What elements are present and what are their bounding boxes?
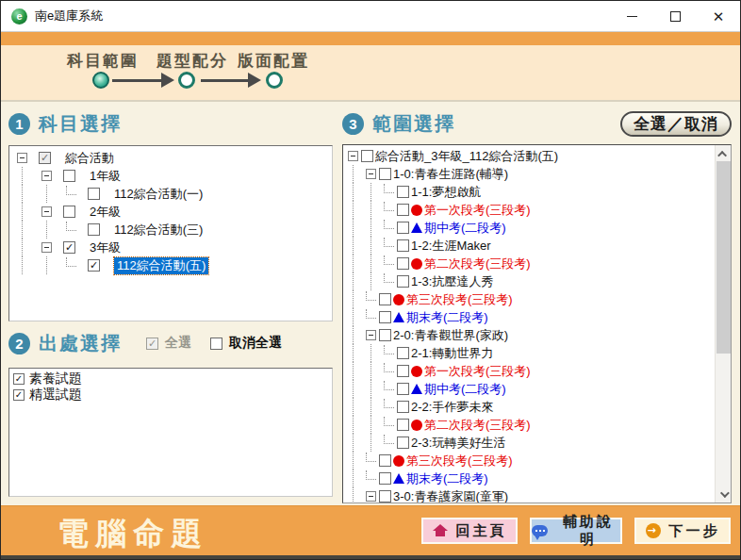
tree-node[interactable]: 1-2:生涯Maker: [343, 237, 715, 255]
tree-node[interactable]: 第二次段考(三段考): [343, 255, 715, 272]
tree-node[interactable]: 1年級: [9, 167, 332, 185]
tree-expander-icon[interactable]: [41, 206, 52, 217]
tree-expander-icon[interactable]: [366, 330, 376, 340]
tree-node[interactable]: 期末考(二段考): [343, 308, 715, 326]
tree-checkbox[interactable]: [379, 454, 391, 467]
tree-checkbox[interactable]: ✓: [63, 241, 75, 254]
tree-node-label[interactable]: 綜合活動_3年級_112綜合活動(五): [375, 148, 558, 165]
tree-expander-icon[interactable]: [366, 169, 376, 179]
tree-node[interactable]: 2-2:手作夢未來: [343, 398, 715, 416]
tree-checkbox[interactable]: [397, 419, 409, 431]
tree-node-label[interactable]: 2-2:手作夢未來: [411, 399, 493, 416]
tree-node-label[interactable]: 1-3:抗壓達人秀: [411, 273, 493, 290]
tree-node[interactable]: 第三次段考(三段考): [343, 452, 715, 469]
tree-node-label[interactable]: 2-1:轉動世界力: [411, 345, 493, 362]
tree-node-label[interactable]: 第二次段考(三段考): [424, 255, 531, 272]
select-toggle-button[interactable]: 全選／取消: [620, 111, 732, 137]
deselect-all-option[interactable]: 取消全選: [210, 335, 282, 352]
tree-checkbox[interactable]: [397, 222, 409, 234]
tree-node-label[interactable]: 112綜合活動(一): [114, 186, 203, 203]
tree-node[interactable]: 1-0:青春生涯路(輔導): [343, 165, 715, 183]
list-item[interactable]: ✓精選試題: [11, 387, 332, 403]
tree-checkbox[interactable]: [379, 311, 391, 323]
close-button[interactable]: ✕: [697, 1, 740, 31]
tree-checkbox[interactable]: [397, 204, 409, 216]
tree-node-label[interactable]: 第三次段考(三段考): [406, 291, 513, 308]
tree-expander-icon[interactable]: [17, 153, 27, 163]
tree-node-label[interactable]: 期中考(二段考): [424, 381, 506, 398]
scrollbar-down-icon[interactable]: [716, 486, 732, 502]
tree-checkbox[interactable]: [63, 170, 75, 182]
maximize-button[interactable]: [653, 1, 697, 31]
tree-node-label[interactable]: 第三次段考(三段考): [406, 453, 513, 469]
tree-node-label[interactable]: 112綜合活動(三): [114, 222, 203, 239]
tree-node[interactable]: 期中考(二段考): [343, 380, 715, 398]
tree-checkbox[interactable]: [361, 150, 373, 162]
select-all-option[interactable]: ✓ 全選: [146, 335, 191, 352]
tree-node[interactable]: 第一次段考(三段考): [343, 362, 715, 380]
step-circle-2-icon[interactable]: [178, 72, 195, 89]
tree-node[interactable]: 2-3:玩轉美好生活: [343, 434, 715, 452]
tree-checkbox[interactable]: [88, 223, 100, 236]
tree-checkbox[interactable]: [397, 383, 409, 395]
tree-checkbox[interactable]: [397, 275, 409, 288]
tree-node-label[interactable]: 1-1:夢想啟航: [411, 184, 481, 201]
tree-checkbox[interactable]: [397, 347, 409, 359]
tree-node[interactable]: 第三次段考(三段考): [343, 290, 715, 308]
step-label-subject-range[interactable]: 科目範圍: [67, 50, 139, 72]
tree-expander-icon[interactable]: [41, 171, 52, 181]
tree-expander-icon[interactable]: [41, 242, 52, 253]
tree-node[interactable]: 第一次段考(三段考): [343, 201, 715, 219]
list-item-label[interactable]: 精選試題: [29, 387, 82, 404]
tree-expander-icon[interactable]: [366, 491, 376, 502]
tree-checkbox[interactable]: [397, 436, 409, 449]
scrollbar[interactable]: [715, 145, 731, 502]
tree-node-label[interactable]: 第一次段考(三段考): [424, 363, 531, 380]
tree-checkbox[interactable]: [379, 168, 391, 180]
tree-node[interactable]: 2-0:青春觀世界(家政): [343, 326, 715, 344]
tree-node[interactable]: 2-1:轉動世界力: [343, 344, 715, 362]
tree-node[interactable]: 2年級: [9, 203, 332, 221]
tree-node[interactable]: 期中考(二段考): [343, 219, 715, 237]
tree-node-label[interactable]: 2-0:青春觀世界(家政): [393, 327, 508, 344]
tree-checkbox[interactable]: [88, 188, 100, 200]
scrollbar-thumb[interactable]: [716, 161, 731, 354]
tree-checkbox[interactable]: [379, 472, 391, 485]
tree-checkbox[interactable]: [63, 206, 75, 218]
tree-node-label[interactable]: 綜合活動: [65, 150, 114, 167]
tree-node[interactable]: 第二次段考(三段考): [343, 416, 715, 434]
tree-checkbox[interactable]: [397, 257, 409, 270]
tree-node[interactable]: 期末考(二段考): [343, 469, 715, 487]
tree-node[interactable]: ✓綜合活動: [9, 149, 332, 167]
tree-checkbox[interactable]: [379, 329, 391, 341]
step-label-question-allocation[interactable]: 題型配分: [156, 50, 228, 72]
tree-node-label[interactable]: 2-3:玩轉美好生活: [411, 435, 505, 452]
deselect-all-checkbox[interactable]: [210, 338, 222, 350]
tree-node-label[interactable]: 期中考(二段考): [424, 220, 506, 237]
tree-node-label[interactable]: 112綜合活動(五): [114, 257, 208, 274]
list-item[interactable]: ✓素養試題: [11, 371, 332, 387]
tree-node[interactable]: ✓112綜合活動(五): [9, 256, 332, 274]
tree-checkbox[interactable]: [397, 186, 409, 198]
tree-checkbox[interactable]: ✓: [39, 152, 51, 164]
step-label-layout-config[interactable]: 版面配置: [238, 50, 309, 72]
step-circle-3-icon[interactable]: [266, 72, 283, 89]
tree-node-label[interactable]: 3-0:青春護家園(童軍): [393, 488, 508, 504]
tree-node[interactable]: 綜合活動_3年級_112綜合活動(五): [343, 147, 715, 165]
select-all-checkbox[interactable]: ✓: [146, 338, 158, 350]
tree-node-label[interactable]: 1-0:青春生涯路(輔導): [393, 166, 508, 183]
minimize-button[interactable]: [610, 1, 653, 31]
tree-checkbox[interactable]: [397, 239, 409, 252]
tree-node[interactable]: 1-1:夢想啟航: [343, 183, 715, 201]
tree-node-label[interactable]: 第二次段考(三段考): [424, 417, 531, 434]
tree-node-label[interactable]: 期末考(二段考): [406, 309, 488, 326]
tree-node[interactable]: 1-3:抗壓達人秀: [343, 272, 715, 290]
scrollbar-up-icon[interactable]: [716, 146, 732, 161]
tree-node-label[interactable]: 2年級: [90, 204, 121, 221]
tree-node[interactable]: 3-0:青春護家園(童軍): [343, 487, 715, 503]
tree-node-label[interactable]: 1-2:生涯Maker: [411, 238, 491, 255]
tree-node-label[interactable]: 第一次段考(三段考): [424, 202, 531, 219]
tree-checkbox[interactable]: [379, 490, 391, 502]
step-circle-1-active-icon[interactable]: [92, 72, 109, 89]
tree-checkbox[interactable]: [379, 293, 391, 305]
